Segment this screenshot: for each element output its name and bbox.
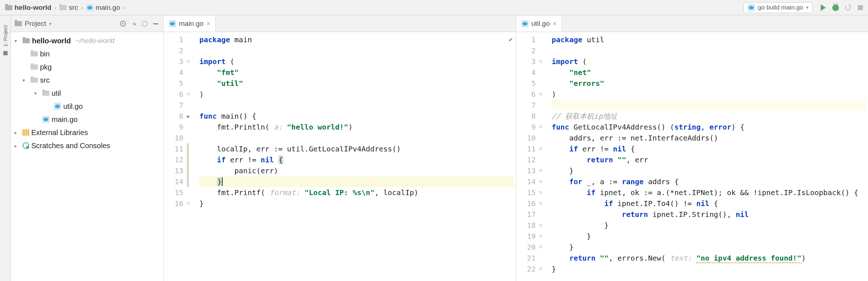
tree-row[interactable]: bin xyxy=(12,47,163,60)
hide-button[interactable] xyxy=(152,20,160,28)
code-line[interactable]: for _, a := range addrs { xyxy=(552,176,866,187)
run-config-selector[interactable]: go build main.go ▾ xyxy=(744,2,813,13)
code-line[interactable]: if ipnet.IP.To4() != nil { xyxy=(552,198,866,209)
fold-toggle[interactable]: ⊟ xyxy=(187,58,190,65)
code-line[interactable] xyxy=(552,45,866,56)
code-line[interactable]: import ( xyxy=(552,56,866,67)
breadcrumb-item[interactable]: src xyxy=(58,3,79,12)
fold-toggle[interactable]: ⊟ xyxy=(539,189,542,196)
code-line[interactable] xyxy=(552,100,866,111)
code-line[interactable]: ) xyxy=(552,89,866,100)
code-line[interactable]: } xyxy=(552,264,866,274)
close-tab-button[interactable]: × xyxy=(207,20,211,28)
code-line[interactable]: package util xyxy=(552,34,866,45)
fold-toggle[interactable]: ⊟ xyxy=(539,167,542,174)
structure-toolwindow-icon[interactable] xyxy=(3,51,8,55)
fold-gutter[interactable]: ⊟⊟⊟⊟⊟⊟⊟⊟⊟⊟⊟⊟ xyxy=(539,32,552,281)
play-icon xyxy=(821,4,826,11)
tree-row[interactable]: pkg xyxy=(12,60,163,74)
code-line[interactable]: "errors" xyxy=(552,78,866,89)
code-line[interactable]: import ( xyxy=(199,56,514,67)
code-line[interactable]: } xyxy=(552,220,866,231)
code-line[interactable] xyxy=(199,45,514,56)
tree-row[interactable]: util.go xyxy=(12,100,163,113)
fold-toggle[interactable]: ⊟ xyxy=(539,178,542,185)
fold-toggle[interactable]: ⊟ xyxy=(539,200,542,207)
chevron-down-icon: ▾ xyxy=(806,5,809,10)
tree-row[interactable]: ▾util xyxy=(12,87,163,100)
code-line[interactable]: // 获取本机ip地址 xyxy=(552,111,866,122)
folder-icon xyxy=(42,91,49,96)
code-line[interactable]: addrs, err := net.InterfaceAddrs() xyxy=(552,132,866,143)
editor-pane: main.go×12345678910111213141516⊟⊟▶⊟✔pack… xyxy=(164,16,516,281)
fold-toggle[interactable]: ⊟ xyxy=(539,123,542,131)
editor-tab[interactable]: main.go× xyxy=(164,16,216,32)
chevron-down-icon[interactable]: ▾ xyxy=(49,21,52,27)
code-line[interactable]: "util" xyxy=(199,78,514,89)
fold-gutter[interactable]: ⊟⊟▶⊟ xyxy=(187,32,199,281)
breadcrumb-item[interactable]: hello-world xyxy=(4,3,53,12)
code-line[interactable] xyxy=(199,132,514,143)
fold-toggle[interactable]: ⊟ xyxy=(539,58,542,65)
breadcrumb-label: src xyxy=(69,4,78,12)
stop-button[interactable] xyxy=(856,4,864,12)
code-line[interactable]: if ipnet, ok := a.(*net.IPNet); ok && !i… xyxy=(552,187,866,198)
code-line[interactable]: } xyxy=(552,242,866,253)
code-line[interactable]: } xyxy=(552,231,866,242)
code-line[interactable]: } xyxy=(199,176,514,187)
tree-item-hint: ~/hello-world xyxy=(75,37,115,45)
fold-toggle[interactable]: ⊟ xyxy=(187,200,190,207)
code-line[interactable]: ) xyxy=(199,89,514,100)
debug-button[interactable] xyxy=(832,4,840,12)
editor-tab[interactable]: util.go× xyxy=(516,16,562,32)
code-content[interactable]: ✔package mainimport ( "fmt" "util")func … xyxy=(199,32,516,281)
tree-row[interactable]: ▸Scratches and Consoles xyxy=(12,139,163,152)
settings-button[interactable] xyxy=(141,20,149,28)
tree-item-label: Scratches and Consoles xyxy=(31,142,110,150)
run-button[interactable] xyxy=(819,4,827,12)
code-line[interactable]: } xyxy=(552,165,866,176)
fold-toggle[interactable]: ⊟ xyxy=(187,91,190,98)
toolwindow-stripe-left: 1: Project xyxy=(0,16,11,281)
tree-row[interactable]: main.go xyxy=(12,113,163,126)
code-line[interactable]: fmt.Printf( format: "Local IP: %s\n", lo… xyxy=(199,187,514,198)
fold-toggle[interactable]: ⊟ xyxy=(539,145,542,153)
select-opened-file-button[interactable] xyxy=(119,20,127,28)
fold-toggle[interactable]: ⊟ xyxy=(539,265,542,273)
code-line[interactable]: if err != nil { xyxy=(552,143,866,154)
fold-toggle[interactable]: ⊟ xyxy=(539,222,542,229)
project-toolwindow-tab[interactable]: 1: Project xyxy=(3,23,8,49)
expand-all-button[interactable]: ⇆ xyxy=(130,20,138,28)
code-line[interactable]: panic(err) xyxy=(199,165,514,176)
fold-toggle[interactable]: ⊟ xyxy=(539,91,542,98)
code-line[interactable]: "net" xyxy=(552,67,866,78)
code-line[interactable]: } xyxy=(199,198,514,209)
fold-toggle[interactable]: ⊟ xyxy=(539,244,542,251)
line-number-gutter[interactable]: 12345678910111213141516171819202122 xyxy=(516,32,539,281)
code-editor[interactable]: 12345678910111213141516⊟⊟▶⊟✔package main… xyxy=(164,32,516,281)
run-line-marker[interactable]: ▶ xyxy=(187,112,190,120)
code-content[interactable]: package utilimport ( "net" "errors")// 获… xyxy=(552,32,868,281)
close-tab-button[interactable]: × xyxy=(553,20,557,28)
code-line[interactable]: return "", errors.New( text: "no ipv4 ad… xyxy=(552,253,866,264)
code-editor[interactable]: 12345678910111213141516171819202122⊟⊟⊟⊟⊟… xyxy=(516,32,868,281)
code-line[interactable]: package main xyxy=(199,34,514,45)
project-tree[interactable]: ▾hello-world~/hello-worldbinpkg▾src▾util… xyxy=(11,32,163,281)
code-line[interactable]: func main() { xyxy=(199,111,514,122)
code-line[interactable]: fmt.Println( a: "hello world!") xyxy=(199,122,514,132)
tree-row[interactable]: ▾hello-world~/hello-world xyxy=(12,34,163,47)
code-line[interactable] xyxy=(199,100,514,111)
fold-toggle[interactable]: ⊟ xyxy=(539,233,542,240)
tree-row[interactable]: ▾src xyxy=(12,74,163,87)
code-line[interactable]: if err != nil { xyxy=(199,154,514,165)
code-line[interactable]: return ipnet.IP.String(), nil xyxy=(552,209,866,220)
tree-item-label: External Libraries xyxy=(31,128,88,137)
rerun-button[interactable] xyxy=(844,4,852,12)
breadcrumb-item[interactable]: main.go xyxy=(85,3,122,12)
line-number-gutter[interactable]: 12345678910111213141516 xyxy=(164,32,187,281)
tree-row[interactable]: ▸External Libraries xyxy=(12,126,163,139)
code-line[interactable]: func GetLocalIPv4Address() (string, erro… xyxy=(552,122,866,132)
code-line[interactable]: return "", err xyxy=(552,154,866,165)
code-line[interactable]: localIp, err := util.GetLocalIPv4Address… xyxy=(199,143,514,154)
code-line[interactable]: "fmt" xyxy=(199,67,514,78)
